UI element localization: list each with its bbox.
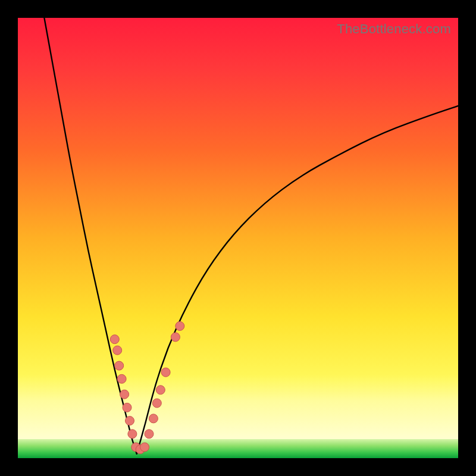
watermark-text: TheBottleneck.com — [337, 21, 451, 37]
plot-area: TheBottleneck.com — [18, 18, 458, 458]
data-point — [123, 403, 131, 412]
data-point — [161, 368, 170, 377]
data-point — [110, 335, 119, 344]
curve-right — [137, 106, 458, 454]
data-point — [149, 414, 158, 423]
chart-frame: TheBottleneck.com — [0, 0, 476, 476]
data-point — [120, 390, 129, 399]
data-point — [171, 333, 180, 342]
data-points — [110, 322, 184, 454]
data-point — [176, 322, 184, 331]
data-point — [128, 430, 137, 439]
data-point — [152, 399, 161, 408]
data-point — [117, 374, 126, 383]
data-point — [140, 443, 149, 452]
data-point — [156, 386, 165, 394]
curve-left — [44, 18, 136, 454]
data-point — [113, 346, 122, 355]
curve-layer — [18, 18, 458, 458]
data-point — [115, 361, 124, 370]
data-point — [145, 430, 154, 439]
data-point — [126, 416, 134, 425]
